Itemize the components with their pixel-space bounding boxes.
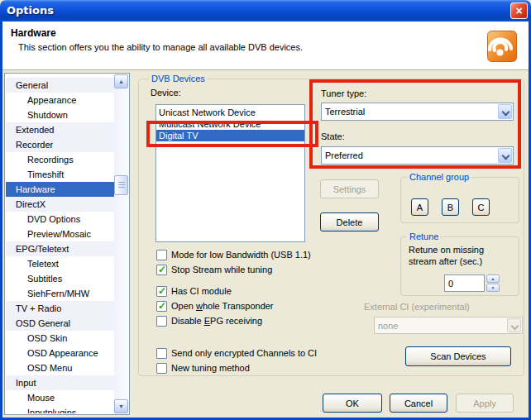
- checkbox-icon: [156, 286, 167, 297]
- device-label: Device:: [151, 88, 181, 98]
- page-header: Hardware This section offers you the abi…: [2, 21, 529, 70]
- sidebar-item[interactable]: Mouse: [6, 390, 114, 405]
- spin-down-button[interactable]: ▼: [486, 284, 500, 292]
- sidebar-item[interactable]: OSD General: [6, 316, 114, 331]
- device-list-item[interactable]: Digital TV: [156, 130, 304, 141]
- sidebar-item[interactable]: Recorder: [6, 137, 114, 152]
- device-name: Multicast Network Device: [159, 119, 261, 129]
- device-name: Digital TV: [159, 131, 198, 141]
- retune-seconds-input[interactable]: [444, 274, 485, 292]
- sidebar-item[interactable]: Timeshift: [6, 167, 114, 182]
- sidebar-item[interactable]: OSD Skin: [6, 331, 114, 346]
- ok-button[interactable]: OK: [323, 394, 382, 413]
- category-rows: General Appearance Shutdown Extended Rec…: [6, 74, 114, 413]
- group-label: DVB Devices: [149, 74, 208, 84]
- sidebar-item[interactable]: OSD Appearance: [6, 346, 114, 360]
- sidebar-item-label: General: [16, 80, 48, 90]
- sidebar-item[interactable]: Shutdown: [6, 107, 114, 122]
- sidebar-item-label: EPG/Teletext: [16, 244, 69, 254]
- window-border-left: [0, 21, 2, 420]
- external-ci-select: none: [374, 317, 523, 334]
- scrollbar-thumb[interactable]: [114, 175, 128, 195]
- sidebar-item-label: SiehFern/MHW: [27, 289, 89, 298]
- scroll-up-button[interactable]: ▲: [114, 74, 128, 88]
- settings-button[interactable]: Settings: [320, 179, 379, 198]
- device-name: Unicast Network Device: [159, 107, 256, 117]
- sidebar-item[interactable]: EPG/Teletext: [6, 241, 114, 256]
- sidebar-item[interactable]: Input: [6, 375, 114, 390]
- sidebar-item-label: Shutdown: [27, 110, 68, 120]
- checkbox-label: New tuning method: [171, 363, 250, 373]
- checkbox-label: Stop Stream while tuning: [171, 265, 272, 274]
- sidebar-item-label: TV + Radio: [16, 303, 61, 313]
- sidebar-item[interactable]: DirectX: [6, 197, 114, 212]
- checkbox-icon: [156, 265, 167, 275]
- sidebar-item-label: OSD Menu: [27, 363, 72, 373]
- checkbox-icon: [156, 316, 167, 327]
- sidebar-item[interactable]: Preview/Mosaic: [6, 227, 114, 241]
- sidebar-item[interactable]: TV + Radio: [6, 301, 114, 316]
- has-ci-module-checkbox[interactable]: Has CI module: [156, 285, 232, 297]
- sidebar-item-label: Inputplugins: [27, 408, 76, 413]
- tuner-type-select[interactable]: Terrestrial: [321, 103, 514, 121]
- sidebar-item[interactable]: SiehFern/MHW: [6, 286, 114, 301]
- channel-group-b-button[interactable]: B: [442, 198, 459, 216]
- category-list: General Appearance Shutdown Extended Rec…: [4, 73, 130, 415]
- sidebar-item[interactable]: Appearance: [6, 93, 114, 107]
- chevron-down-icon[interactable]: [498, 104, 512, 119]
- cancel-button[interactable]: Cancel: [390, 394, 447, 413]
- scroll-down-button[interactable]: ▼: [114, 399, 128, 413]
- chevron-down-icon: [507, 318, 521, 332]
- mode-low-bandwidth-checkbox[interactable]: Mode for low Bandwidth (USB 1.1): [156, 249, 311, 260]
- delete-button[interactable]: Delete: [320, 212, 379, 231]
- new-tuning-method-checkbox[interactable]: New tuning method: [156, 362, 250, 374]
- sidebar-item-label: Extended: [16, 125, 54, 135]
- close-button[interactable]: ×: [510, 2, 528, 19]
- sidebar-item[interactable]: Extended: [6, 122, 114, 137]
- state-label: State:: [321, 131, 345, 141]
- device-list-item[interactable]: Multicast Network Device: [156, 118, 304, 130]
- checkbox-label: Has CI module: [171, 286, 232, 296]
- titlebar[interactable]: Options ×: [0, 0, 531, 21]
- disable-epg-checkbox[interactable]: Disable EPG receiving: [156, 315, 262, 327]
- open-whole-transponder-checkbox[interactable]: Open whole Transponder: [156, 300, 274, 312]
- sidebar-item[interactable]: Teletext: [6, 256, 114, 271]
- sidebar-item-label: Input: [16, 378, 36, 388]
- channel-group: Channel group A B C: [400, 177, 519, 223]
- channel-group-a-button[interactable]: A: [411, 198, 428, 216]
- chevron-down-icon[interactable]: [498, 148, 512, 163]
- sidebar-item[interactable]: DVD Options: [6, 212, 114, 227]
- sidebar-item[interactable]: Recordings: [6, 152, 114, 167]
- checkbox-label: Disable EPG receiving: [171, 316, 262, 326]
- sidebar-item[interactable]: General: [6, 78, 114, 93]
- checkbox-label: Send only encrypted Channels to CI: [171, 348, 317, 358]
- checkbox-label: Open whole Transponder: [171, 301, 274, 311]
- app-logo-icon: [487, 31, 517, 62]
- spin-up-button[interactable]: ▲: [486, 274, 500, 283]
- checkbox-label: Mode for low Bandwidth (USB 1.1): [171, 250, 311, 260]
- external-ci-label: External CI (experimental): [364, 302, 470, 312]
- sidebar-item[interactable]: Hardware: [6, 182, 114, 197]
- device-list[interactable]: Unicast Network Device Multicast Network…: [155, 104, 305, 242]
- sidebar-item-label: OSD Skin: [27, 333, 67, 343]
- retune-text-line1: Retune on missing: [409, 245, 484, 255]
- device-list-item[interactable]: Unicast Network Device: [156, 107, 304, 118]
- sidebar-item[interactable]: OSD Menu: [6, 360, 114, 375]
- arrow-down-icon: ▼: [118, 403, 124, 409]
- sidebar-item-label: Teletext: [27, 259, 59, 269]
- apply-button[interactable]: Apply: [456, 394, 514, 413]
- retune-group: Retune Retune on missing stream after (s…: [400, 236, 519, 296]
- window-title: Options: [7, 0, 54, 21]
- stop-stream-checkbox[interactable]: Stop Stream while tuning: [156, 264, 272, 275]
- scan-devices-button[interactable]: Scan Devices: [405, 346, 511, 366]
- channel-group-c-button[interactable]: C: [472, 198, 490, 216]
- sidebar-item-label: OSD Appearance: [27, 348, 98, 358]
- state-select[interactable]: Preferred: [321, 146, 514, 165]
- checkbox-icon: [156, 250, 167, 260]
- sidebar-item[interactable]: Inputplugins: [6, 405, 114, 413]
- send-encrypted-checkbox[interactable]: Send only encrypted Channels to CI: [156, 347, 317, 359]
- sidebar-item[interactable]: Subtitles: [6, 271, 114, 286]
- arrow-up-icon: ▲: [118, 79, 124, 84]
- sidebar-item-label: DirectX: [16, 199, 45, 209]
- sidebar-scrollbar[interactable]: ▲ ▼: [114, 74, 128, 413]
